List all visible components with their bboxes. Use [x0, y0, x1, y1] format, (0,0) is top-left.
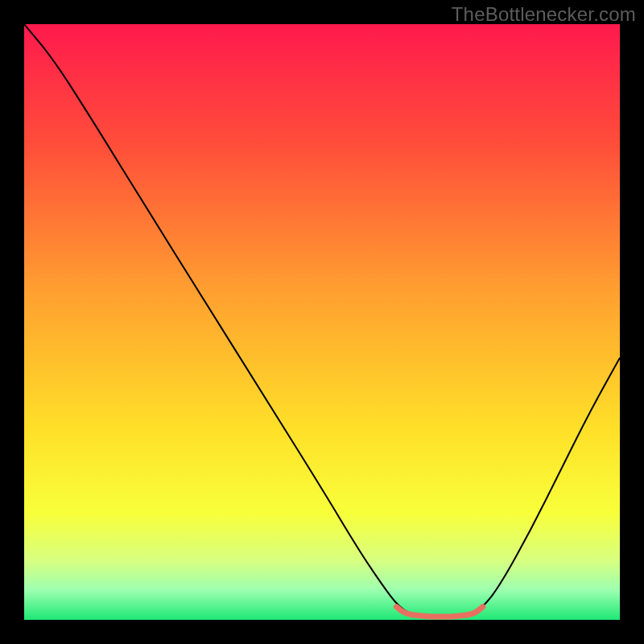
bottleneck-curve [24, 24, 620, 617]
curve-layer [24, 24, 620, 620]
plot-area [24, 24, 620, 620]
optimal-zone-marker [397, 607, 483, 617]
chart-frame: TheBottlenecker.com [0, 0, 644, 644]
watermark-text: TheBottlenecker.com [452, 3, 636, 26]
